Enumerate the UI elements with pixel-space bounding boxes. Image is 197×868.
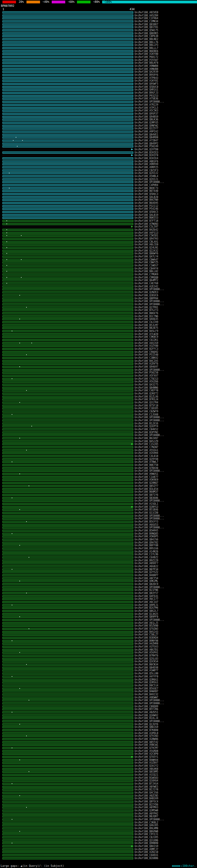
hit-accession-link[interactable]: UniRef100_Q46JD5 — [134, 824, 158, 827]
hit-accession-link[interactable]: UniRef100_B5GGE7 — [134, 687, 158, 690]
hit-accession-link[interactable]: UniRef100_D0C514 — [134, 684, 158, 687]
hit-accession-link[interactable]: UniRef100_A4XJG9 — [134, 342, 158, 345]
hit-accession-link[interactable]: UniRef100_B3VIF0 — [134, 154, 158, 157]
hit-accession-link[interactable]: UniRef100_C5L597 — [134, 225, 158, 228]
hit-accession-link[interactable]: UniRef100_C7MUK9 — [134, 273, 158, 276]
hit-accession-link[interactable]: UniRef100_Q3EUC6 — [134, 294, 158, 297]
hit-accession-link[interactable]: UniRef100_Q9SP37 — [134, 113, 158, 116]
hit-bar[interactable] — [2, 423, 133, 425]
hit-accession-link[interactable]: UniRef100_B4V232 — [134, 693, 158, 696]
hit-bar[interactable] — [2, 693, 133, 695]
hit-accession-link[interactable]: UniRef100_Q01T81 — [134, 26, 158, 29]
hit-bar[interactable] — [2, 473, 133, 475]
hit-bar[interactable] — [2, 708, 133, 710]
hit-accession-link[interactable]: UniRef100_C1U877 — [134, 476, 158, 479]
hit-accession-link[interactable]: UniRef100_B8GPW8 — [134, 830, 158, 833]
hit-bar[interactable] — [2, 666, 133, 669]
hit-accession-link[interactable]: UniRef100_A5C5K3 — [134, 109, 158, 113]
hit-bar[interactable] — [2, 255, 133, 258]
hit-bar[interactable] — [2, 309, 133, 311]
hit-bar[interactable] — [2, 822, 133, 824]
hit-bar[interactable] — [2, 107, 133, 109]
hit-accession-link[interactable]: UniRef100_A8CY54 — [134, 577, 158, 580]
hit-accession-link[interactable]: UniRef100_C7QCG3 — [134, 377, 158, 380]
hit-bar[interactable] — [2, 658, 133, 660]
hit-bar[interactable] — [2, 449, 133, 452]
hit-accession-link[interactable]: UniRef100_B4Z642 — [134, 228, 158, 231]
hit-accession-link[interactable]: UniRef100_Q069K5 — [134, 32, 158, 35]
hit-accession-link[interactable]: UniRef100_P51540 — [134, 353, 158, 356]
hit-accession-link[interactable]: UniRef100_B4SJZ9 — [134, 440, 158, 443]
hit-accession-link[interactable]: UniRef100_Q11CD0 — [134, 512, 158, 515]
hit-accession-link[interactable]: UniRef100_A1KY80 — [134, 53, 158, 56]
hit-bar[interactable] — [2, 74, 133, 76]
hit-bar[interactable] — [2, 127, 133, 130]
hit-accession-link[interactable]: UniRef100_A9NWB8 — [134, 65, 158, 68]
hit-bar[interactable] — [2, 759, 133, 761]
hit-accession-link[interactable]: UniRef100_B4WHX4 — [134, 759, 158, 762]
hit-bar[interactable] — [2, 518, 133, 520]
hit-accession-link[interactable]: UniRef100_Q05ZY7 — [134, 485, 158, 488]
hit-bar[interactable] — [2, 684, 133, 687]
hit-bar[interactable] — [2, 488, 133, 490]
hit-accession-link[interactable]: UniRef100_Q0G2L7 — [134, 610, 158, 613]
hit-bar[interactable] — [2, 556, 133, 559]
hit-bar[interactable] — [2, 279, 133, 281]
hit-bar[interactable] — [2, 116, 133, 118]
hit-accession-link[interactable]: UniRef100_Q7UZW3 — [134, 627, 158, 630]
hit-accession-link[interactable]: UniRef100_A8ZU51 — [134, 711, 158, 714]
hit-accession-link[interactable]: UniRef100_UPI0000... — [134, 699, 164, 702]
hit-bar[interactable] — [2, 434, 133, 436]
hit-bar[interactable] — [2, 431, 133, 434]
hit-bar[interactable] — [2, 324, 133, 327]
hit-bar[interactable] — [2, 461, 133, 463]
hit-bar[interactable] — [2, 89, 133, 91]
hit-accession-link[interactable]: UniRef100_Q2V3J2 — [134, 172, 158, 175]
hit-bar[interactable] — [2, 113, 133, 115]
hit-accession-link[interactable]: UniRef100_Q2KET2 — [134, 392, 158, 395]
hit-accession-link[interactable]: UniRef100_Q1NYG3 — [134, 505, 158, 509]
hit-bar[interactable] — [2, 101, 133, 103]
hit-bar[interactable] — [2, 809, 133, 812]
hit-bar[interactable] — [2, 530, 133, 532]
hit-bar[interactable] — [2, 333, 133, 335]
hit-bar[interactable] — [2, 357, 133, 359]
hit-bar[interactable] — [2, 187, 133, 189]
hit-bar[interactable] — [2, 765, 133, 767]
hit-accession-link[interactable]: UniRef100_B21FN6 — [134, 589, 158, 592]
hit-bar[interactable] — [2, 95, 133, 97]
hit-accession-link[interactable]: UniRef100_Q24LN1 — [134, 246, 158, 249]
hit-accession-link[interactable]: UniRef100_A5SSG1 — [134, 449, 158, 452]
hit-accession-link[interactable]: UniRef100_B5H9V5 — [134, 529, 158, 532]
hit-bar[interactable] — [2, 425, 133, 427]
hit-bar[interactable] — [2, 398, 133, 401]
hit-bar[interactable] — [2, 503, 133, 505]
hit-bar[interactable] — [2, 50, 133, 52]
hit-bar[interactable] — [2, 288, 133, 290]
hit-bar[interactable] — [2, 806, 133, 809]
hit-accession-link[interactable]: UniRef100_Q94BS9 — [134, 116, 158, 119]
hit-bar[interactable] — [2, 598, 133, 600]
hit-bar[interactable] — [2, 702, 133, 705]
hit-accession-link[interactable]: UniRef100_Q2XTD0 — [134, 148, 158, 151]
hit-bar[interactable] — [2, 762, 133, 764]
hit-accession-link[interactable]: UniRef100_B0JQR7 — [134, 815, 158, 818]
hit-bar[interactable] — [2, 854, 133, 856]
hit-bar[interactable] — [2, 157, 133, 159]
hit-accession-link[interactable]: UniRef100_A6C1U7 — [134, 601, 158, 604]
hit-bar[interactable] — [2, 485, 133, 487]
hit-bar[interactable] — [2, 688, 133, 690]
hit-bar[interactable] — [2, 134, 133, 136]
hit-accession-link[interactable]: UniRef100_B8LKF8 — [134, 62, 158, 65]
hit-accession-link[interactable]: UniRef100_A6C177 — [134, 598, 158, 601]
hit-bar[interactable] — [2, 455, 133, 457]
hit-bar[interactable] — [2, 470, 133, 472]
hit-bar[interactable] — [2, 491, 133, 493]
hit-accession-link[interactable]: UniRef100_A9PIA2 — [134, 130, 158, 133]
hit-accession-link[interactable]: UniRef100_B7RHT6 — [134, 654, 158, 657]
hit-bar[interactable] — [2, 607, 133, 609]
hit-bar[interactable] — [2, 366, 133, 368]
hit-bar[interactable] — [2, 407, 133, 409]
hit-accession-link[interactable]: UniRef100_B6XEH5 — [134, 202, 158, 205]
hit-accession-link[interactable]: UniRef100_A8G7D1 — [134, 648, 158, 652]
